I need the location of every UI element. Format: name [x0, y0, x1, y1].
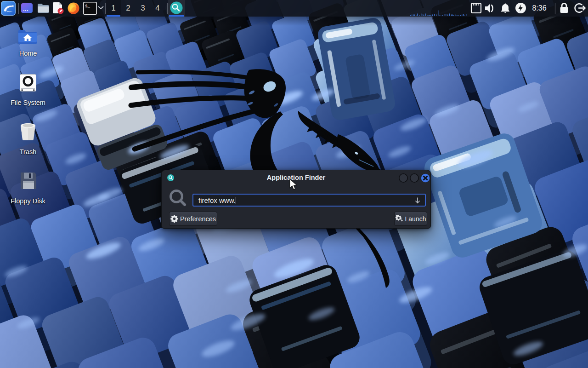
svg-text:3: 3: [141, 4, 145, 12]
svg-text:8:36: 8:36: [532, 4, 546, 12]
svg-text:1: 1: [111, 4, 115, 12]
svg-text:$_: $_: [85, 4, 90, 9]
svg-text:2: 2: [126, 4, 130, 12]
svg-text:4: 4: [155, 4, 159, 12]
